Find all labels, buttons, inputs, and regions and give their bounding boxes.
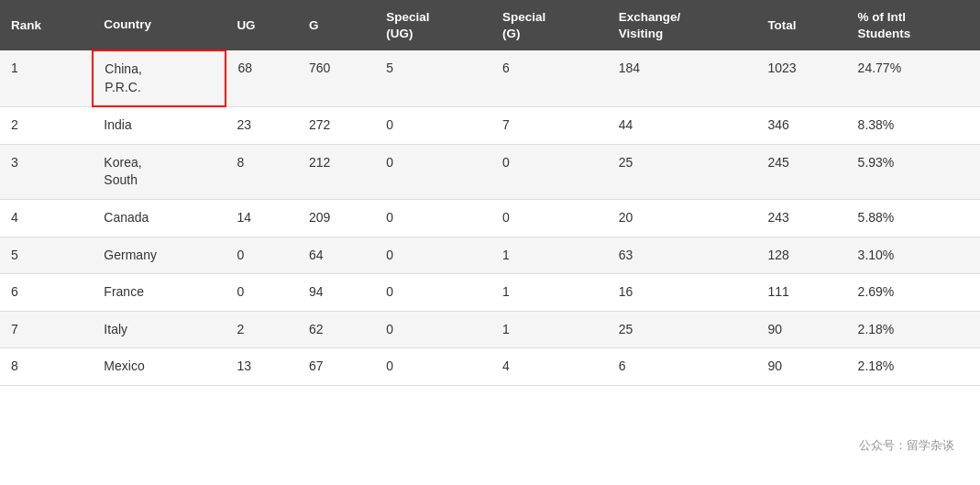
cell-g: 62 [298, 311, 375, 348]
cell-special_ug: 0 [375, 237, 491, 274]
cell-ug: 23 [226, 106, 298, 144]
cell-country: Germany [93, 237, 226, 274]
cell-special_g: 1 [491, 237, 608, 274]
cell-ug: 8 [226, 144, 298, 199]
cell-pct: 5.93% [847, 144, 980, 199]
cell-country: Mexico [93, 348, 226, 386]
column-header-g: G [298, 0, 375, 50]
cell-country: India [93, 106, 226, 144]
cell-pct: 5.88% [847, 200, 980, 237]
cell-g: 209 [298, 200, 375, 237]
cell-special_g: 6 [491, 50, 608, 106]
cell-rank: 4 [0, 200, 93, 237]
cell-ug: 0 [226, 274, 298, 312]
cell-country: Italy [93, 311, 226, 348]
table-row: 4Canada1420900202435.88% [0, 200, 980, 237]
cell-special_ug: 0 [375, 348, 491, 386]
cell-rank: 5 [0, 237, 93, 274]
table-row: 7Italy2620125902.18% [0, 311, 980, 348]
cell-total: 111 [756, 274, 846, 312]
cell-ug: 13 [226, 348, 298, 386]
cell-g: 760 [298, 50, 375, 106]
cell-special_ug: 5 [375, 50, 491, 106]
cell-exchange: 63 [608, 237, 757, 274]
cell-pct: 8.38% [847, 106, 980, 144]
column-header-exchange: Exchange/Visiting [608, 0, 757, 50]
cell-ug: 2 [226, 311, 298, 348]
cell-total: 128 [756, 237, 846, 274]
cell-special_ug: 0 [375, 106, 491, 144]
cell-exchange: 20 [608, 200, 757, 237]
table-row: 3Korea,South821200252455.93% [0, 144, 980, 199]
cell-total: 245 [756, 144, 846, 199]
table-header-row: RankCountryUGGSpecial(UG)Special(G)Excha… [0, 0, 980, 50]
cell-country: France [93, 274, 226, 312]
cell-ug: 14 [226, 200, 298, 237]
table-row: 8Mexico1367046902.18% [0, 348, 980, 386]
cell-ug: 68 [226, 50, 298, 106]
cell-country: Korea,South [93, 144, 226, 199]
cell-pct: 2.18% [847, 311, 980, 348]
cell-rank: 3 [0, 144, 93, 199]
cell-rank: 2 [0, 106, 93, 144]
cell-country: Canada [93, 200, 226, 237]
cell-total: 90 [756, 311, 846, 348]
cell-special_g: 4 [491, 348, 608, 386]
cell-rank: 8 [0, 348, 93, 386]
cell-exchange: 16 [608, 274, 757, 312]
cell-g: 94 [298, 274, 375, 312]
cell-total: 346 [756, 106, 846, 144]
cell-total: 1023 [756, 50, 846, 106]
table-row: 6France09401161112.69% [0, 274, 980, 312]
watermark: 公众号：留学杂谈 [852, 434, 962, 457]
cell-exchange: 6 [608, 348, 757, 386]
cell-special_ug: 0 [375, 144, 491, 199]
cell-g: 67 [298, 348, 375, 386]
cell-rank: 6 [0, 274, 93, 312]
cell-ug: 0 [226, 237, 298, 274]
cell-pct: 2.69% [847, 274, 980, 312]
cell-total: 243 [756, 200, 846, 237]
table-row: 1China,P.R.C.6876056184102324.77% [0, 50, 980, 106]
cell-special_g: 1 [491, 311, 608, 348]
cell-special_ug: 0 [375, 200, 491, 237]
cell-exchange: 25 [608, 144, 757, 199]
cell-special_g: 0 [491, 144, 608, 199]
cell-pct: 24.77% [847, 50, 980, 106]
cell-special_ug: 0 [375, 274, 491, 312]
cell-g: 212 [298, 144, 375, 199]
column-header-country: Country [93, 0, 226, 50]
cell-exchange: 44 [608, 106, 757, 144]
cell-total: 90 [756, 348, 846, 386]
cell-exchange: 25 [608, 311, 757, 348]
table-row: 5Germany06401631283.10% [0, 237, 980, 274]
international-students-table: RankCountryUGGSpecial(UG)Special(G)Excha… [0, 0, 980, 386]
column-header-pct: % of IntlStudents [847, 0, 980, 50]
cell-pct: 3.10% [847, 237, 980, 274]
cell-rank: 1 [0, 50, 93, 106]
cell-special_g: 7 [491, 106, 608, 144]
cell-pct: 2.18% [847, 348, 980, 386]
table-row: 2India2327207443468.38% [0, 106, 980, 144]
column-header-ug: UG [226, 0, 298, 50]
column-header-special_g: Special(G) [491, 0, 608, 50]
cell-g: 64 [298, 237, 375, 274]
column-header-special_ug: Special(UG) [375, 0, 491, 50]
cell-g: 272 [298, 106, 375, 144]
cell-exchange: 184 [608, 50, 757, 106]
cell-special_g: 0 [491, 200, 608, 237]
cell-rank: 7 [0, 311, 93, 348]
cell-country: China,P.R.C. [93, 50, 226, 106]
column-header-total: Total [756, 0, 846, 50]
cell-special_g: 1 [491, 274, 608, 312]
cell-special_ug: 0 [375, 311, 491, 348]
column-header-rank: Rank [0, 0, 93, 50]
